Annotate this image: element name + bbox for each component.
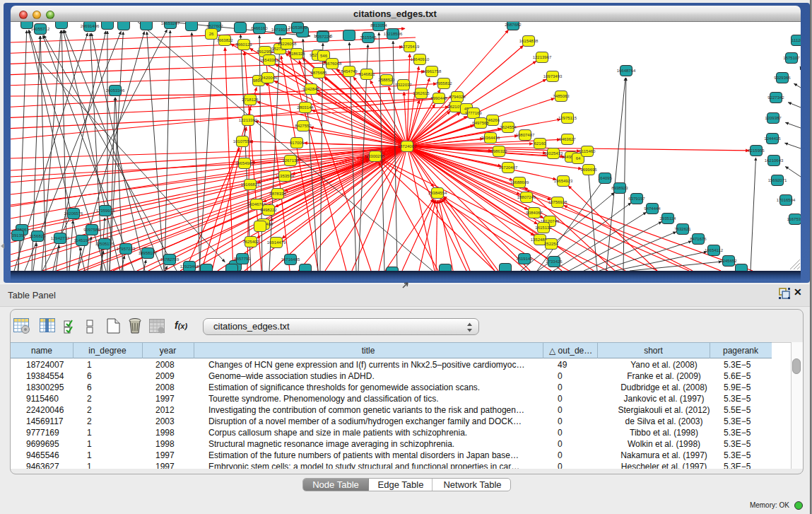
svg-text:1244415: 1244415 (764, 136, 781, 141)
svg-text:8878334: 8878334 (269, 192, 286, 196)
svg-text:9699695: 9699695 (580, 168, 597, 172)
svg-text:15716485: 15716485 (281, 257, 300, 262)
svg-text:17359936: 17359936 (96, 209, 115, 213)
svg-text:5322037: 5322037 (395, 83, 412, 87)
svg-text:19654923: 19654923 (554, 179, 573, 183)
svg-text:9777169: 9777169 (465, 111, 482, 115)
svg-text:12923466: 12923466 (180, 264, 199, 269)
svg-text:252254: 252254 (544, 242, 559, 246)
svg-text:12942737: 12942737 (51, 236, 70, 240)
svg-text:10961758: 10961758 (423, 69, 442, 74)
svg-text:8454749: 8454749 (341, 69, 358, 74)
svg-text:7986322: 7986322 (490, 149, 507, 153)
svg-text:14055712: 14055712 (31, 27, 50, 31)
svg-text:1209387: 1209387 (765, 116, 782, 120)
svg-text:15720407: 15720407 (499, 165, 518, 170)
svg-text:8813054: 8813054 (370, 23, 387, 28)
svg-text:9329366: 9329366 (774, 76, 791, 80)
svg-text:9463627: 9463627 (559, 137, 576, 141)
svg-text:26053346: 26053346 (106, 88, 125, 93)
svg-text:19384554: 19384554 (428, 191, 447, 195)
svg-text:546: 546 (320, 54, 328, 58)
svg-text:8186328: 8186328 (288, 52, 305, 56)
svg-text:12213967: 12213967 (533, 55, 552, 59)
svg-text:8660123: 8660123 (235, 42, 252, 47)
svg-text:9227342: 9227342 (767, 95, 784, 100)
svg-text:7357224: 7357224 (314, 35, 331, 39)
svg-text:6379197: 6379197 (628, 197, 645, 201)
svg-text:9084067: 9084067 (526, 211, 543, 215)
svg-text:18807249: 18807249 (517, 195, 536, 199)
svg-text:16053809: 16053809 (288, 25, 307, 30)
svg-text:10807487: 10807487 (516, 133, 535, 137)
svg-text:7515546: 7515546 (360, 35, 377, 40)
svg-text:9146821: 9146821 (358, 72, 375, 76)
svg-text:64: 64 (576, 156, 581, 160)
svg-text:1615132: 1615132 (535, 226, 552, 230)
svg-text:16154838: 16154838 (519, 39, 539, 43)
svg-text:62160: 62160 (534, 141, 546, 146)
svg-text:19654983: 19654983 (235, 161, 254, 165)
svg-text:7955812: 7955812 (435, 81, 452, 86)
svg-text:39139: 39139 (12, 233, 24, 238)
svg-text:12725419: 12725419 (401, 45, 420, 49)
svg-text:1156829: 1156829 (30, 234, 47, 238)
svg-text:10654112: 10654112 (705, 248, 724, 252)
svg-text:11128: 11128 (792, 38, 801, 42)
svg-text:7485063: 7485063 (553, 94, 570, 98)
svg-text:11353594: 11353594 (276, 174, 295, 178)
svg-text:22420046: 22420046 (259, 76, 278, 80)
svg-text:10756928: 10756928 (548, 200, 567, 204)
svg-text:12975115: 12975115 (558, 116, 577, 120)
svg-text:20364436: 20364436 (481, 136, 500, 140)
svg-text:7663822: 7663822 (216, 38, 233, 42)
svg-text:8427552: 8427552 (295, 124, 312, 128)
svg-text:2718126: 2718126 (242, 98, 259, 102)
svg-text:8990448: 8990448 (430, 96, 447, 100)
svg-text:9245652: 9245652 (720, 259, 737, 263)
svg-text:1733426: 1733426 (546, 259, 563, 264)
svg-text:12505135: 12505135 (95, 242, 114, 246)
svg-text:12213369: 12213369 (239, 118, 258, 122)
svg-text:10107552: 10107552 (233, 139, 252, 144)
svg-text:16782759: 16782759 (160, 257, 180, 262)
svg-text:6497568: 6497568 (472, 121, 489, 125)
svg-text:10653267: 10653267 (161, 22, 180, 25)
svg-text:26: 26 (209, 32, 214, 36)
svg-text:3267130: 3267130 (282, 158, 299, 163)
svg-text:10958107: 10958107 (139, 251, 158, 255)
svg-text:20206576: 20206576 (64, 211, 83, 216)
svg-text:16648764: 16648764 (617, 69, 636, 73)
svg-text:9115460: 9115460 (579, 149, 596, 153)
svg-text:26676068: 26676068 (323, 62, 342, 66)
svg-text:3624554: 3624554 (500, 125, 517, 129)
svg-text:17016504: 17016504 (777, 198, 796, 202)
svg-text:1167534: 1167534 (787, 217, 801, 221)
svg-text:16543362: 16543362 (260, 58, 279, 62)
svg-text:8471676: 8471676 (690, 237, 707, 241)
svg-text:18724007: 18724007 (398, 144, 417, 148)
svg-text:9097586: 9097586 (83, 228, 100, 232)
svg-text:13226058: 13226058 (278, 42, 297, 46)
svg-text:19166825: 19166825 (241, 182, 260, 187)
svg-text:4498222: 4498222 (260, 208, 277, 212)
svg-text:6466160: 6466160 (251, 26, 268, 30)
svg-text:9242848: 9242848 (302, 87, 319, 91)
svg-text:7632621: 7632621 (674, 227, 691, 231)
svg-text:1145194: 1145194 (74, 238, 91, 243)
svg-text:9657791: 9657791 (234, 257, 251, 261)
svg-text:17957223: 17957223 (117, 247, 136, 251)
svg-text:13640910: 13640910 (411, 57, 430, 62)
svg-text:10688609: 10688609 (510, 180, 529, 185)
svg-text:20691406: 20691406 (81, 24, 100, 28)
svg-text:1575107: 1575107 (783, 56, 800, 60)
svg-text:2687682: 2687682 (505, 23, 522, 27)
svg-text:8215955: 8215955 (748, 148, 765, 153)
svg-text:917006: 917006 (290, 141, 305, 145)
svg-text:2803144: 2803144 (297, 105, 314, 110)
svg-text:1527602: 1527602 (206, 24, 223, 28)
svg-text:9474444: 9474444 (644, 206, 661, 211)
svg-text:23300295: 23300295 (366, 154, 385, 158)
svg-text:15692071: 15692071 (768, 178, 787, 182)
svg-text:2588520: 2588520 (378, 78, 395, 82)
